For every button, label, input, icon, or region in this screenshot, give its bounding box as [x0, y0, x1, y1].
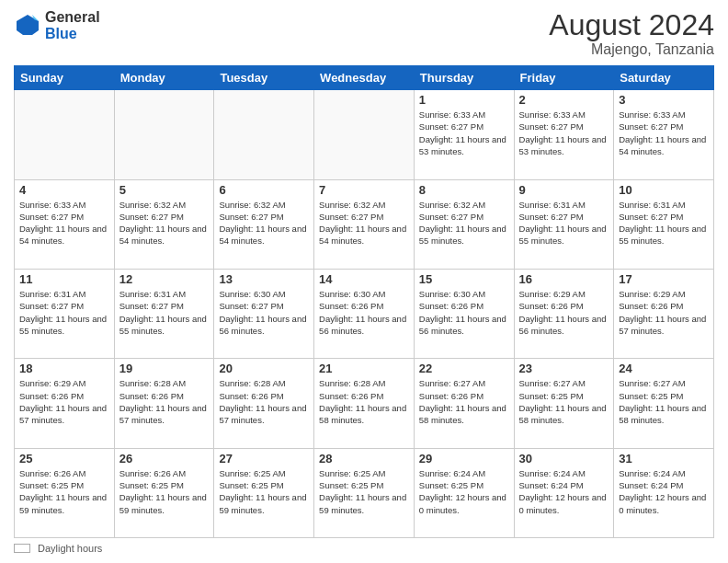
calendar-cell: 2Sunrise: 6:33 AM Sunset: 6:27 PM Daylig… [514, 90, 614, 179]
day-info: Sunrise: 6:30 AM Sunset: 6:26 PM Dayligh… [419, 288, 509, 337]
calendar-cell: 22Sunrise: 6:27 AM Sunset: 6:26 PM Dayli… [414, 359, 514, 448]
day-info: Sunrise: 6:28 AM Sunset: 6:26 PM Dayligh… [319, 377, 409, 426]
main-title: August 2024 [549, 9, 714, 41]
calendar-cell [314, 90, 415, 179]
svg-marker-0 [17, 15, 39, 35]
calendar-cell: 7Sunrise: 6:32 AM Sunset: 6:27 PM Daylig… [314, 179, 415, 269]
daylight-swatch [14, 544, 30, 553]
calendar-header-sunday: Sunday [15, 66, 115, 90]
logo-icon [14, 12, 41, 40]
day-number: 31 [619, 452, 709, 465]
calendar-cell [15, 90, 115, 179]
day-number: 13 [219, 272, 309, 286]
calendar-cell: 13Sunrise: 6:30 AM Sunset: 6:27 PM Dayli… [214, 269, 314, 358]
calendar-header-thursday: Thursday [414, 66, 514, 90]
day-number: 17 [619, 272, 709, 286]
calendar-header-friday: Friday [514, 66, 614, 90]
day-info: Sunrise: 6:27 AM Sunset: 6:25 PM Dayligh… [619, 377, 709, 426]
day-info: Sunrise: 6:33 AM Sunset: 6:27 PM Dayligh… [619, 109, 709, 157]
day-number: 12 [119, 272, 210, 286]
day-number: 1 [419, 93, 509, 107]
day-info: Sunrise: 6:25 AM Sunset: 6:25 PM Dayligh… [219, 467, 309, 516]
day-info: Sunrise: 6:31 AM Sunset: 6:27 PM Dayligh… [519, 199, 609, 247]
day-number: 21 [319, 362, 409, 375]
calendar-week-4: 25Sunrise: 6:26 AM Sunset: 6:25 PM Dayli… [15, 448, 714, 537]
day-number: 2 [519, 93, 609, 107]
logo-text: General Blue [45, 9, 100, 41]
calendar-cell: 30Sunrise: 6:24 AM Sunset: 6:24 PM Dayli… [514, 448, 614, 537]
calendar-cell: 31Sunrise: 6:24 AM Sunset: 6:24 PM Dayli… [614, 448, 714, 537]
calendar-cell: 3Sunrise: 6:33 AM Sunset: 6:27 PM Daylig… [614, 90, 714, 179]
sub-title: Majengo, Tanzania [549, 41, 714, 58]
calendar-cell: 10Sunrise: 6:31 AM Sunset: 6:27 PM Dayli… [614, 179, 714, 269]
calendar-cell: 14Sunrise: 6:30 AM Sunset: 6:26 PM Dayli… [314, 269, 415, 358]
day-number: 24 [619, 362, 709, 375]
calendar-cell: 21Sunrise: 6:28 AM Sunset: 6:26 PM Dayli… [314, 359, 415, 448]
day-number: 15 [419, 272, 509, 286]
day-info: Sunrise: 6:26 AM Sunset: 6:25 PM Dayligh… [19, 467, 109, 516]
day-info: Sunrise: 6:29 AM Sunset: 6:26 PM Dayligh… [519, 288, 609, 337]
calendar-cell: 12Sunrise: 6:31 AM Sunset: 6:27 PM Dayli… [114, 269, 214, 358]
day-number: 4 [19, 183, 109, 197]
day-number: 18 [19, 362, 109, 375]
day-info: Sunrise: 6:31 AM Sunset: 6:27 PM Dayligh… [119, 288, 210, 337]
day-number: 20 [219, 362, 309, 375]
day-info: Sunrise: 6:33 AM Sunset: 6:27 PM Dayligh… [19, 199, 109, 247]
calendar-cell: 6Sunrise: 6:32 AM Sunset: 6:27 PM Daylig… [214, 179, 314, 269]
calendar-cell: 28Sunrise: 6:25 AM Sunset: 6:25 PM Dayli… [314, 448, 415, 537]
day-info: Sunrise: 6:30 AM Sunset: 6:26 PM Dayligh… [319, 288, 409, 337]
day-info: Sunrise: 6:32 AM Sunset: 6:27 PM Dayligh… [219, 199, 309, 247]
calendar-table: SundayMondayTuesdayWednesdayThursdayFrid… [14, 65, 714, 538]
calendar-cell: 20Sunrise: 6:28 AM Sunset: 6:26 PM Dayli… [214, 359, 314, 448]
day-number: 3 [619, 93, 709, 107]
day-info: Sunrise: 6:29 AM Sunset: 6:26 PM Dayligh… [19, 377, 109, 426]
title-block: August 2024 Majengo, Tanzania [549, 9, 714, 58]
calendar-cell: 29Sunrise: 6:24 AM Sunset: 6:25 PM Dayli… [414, 448, 514, 537]
day-number: 29 [419, 452, 509, 465]
day-info: Sunrise: 6:32 AM Sunset: 6:27 PM Dayligh… [119, 199, 210, 247]
calendar-cell: 27Sunrise: 6:25 AM Sunset: 6:25 PM Dayli… [214, 448, 314, 537]
day-info: Sunrise: 6:24 AM Sunset: 6:24 PM Dayligh… [519, 467, 609, 516]
calendar-cell: 17Sunrise: 6:29 AM Sunset: 6:26 PM Dayli… [614, 269, 714, 358]
day-info: Sunrise: 6:25 AM Sunset: 6:25 PM Dayligh… [319, 467, 409, 516]
calendar-header-wednesday: Wednesday [314, 66, 415, 90]
day-info: Sunrise: 6:32 AM Sunset: 6:27 PM Dayligh… [319, 199, 409, 247]
calendar-header-monday: Monday [114, 66, 214, 90]
day-info: Sunrise: 6:26 AM Sunset: 6:25 PM Dayligh… [119, 467, 210, 516]
day-info: Sunrise: 6:29 AM Sunset: 6:26 PM Dayligh… [619, 288, 709, 337]
footer: Daylight hours [14, 543, 714, 554]
page: General Blue August 2024 Majengo, Tanzan… [0, 0, 728, 563]
calendar-cell: 5Sunrise: 6:32 AM Sunset: 6:27 PM Daylig… [114, 179, 214, 269]
calendar-cell: 23Sunrise: 6:27 AM Sunset: 6:25 PM Dayli… [514, 359, 614, 448]
calendar-cell [114, 90, 214, 179]
calendar-week-3: 18Sunrise: 6:29 AM Sunset: 6:26 PM Dayli… [15, 359, 714, 448]
calendar-header-tuesday: Tuesday [214, 66, 314, 90]
day-info: Sunrise: 6:28 AM Sunset: 6:26 PM Dayligh… [219, 377, 309, 426]
calendar-week-2: 11Sunrise: 6:31 AM Sunset: 6:27 PM Dayli… [15, 269, 714, 358]
logo: General Blue [14, 9, 100, 41]
calendar-cell: 24Sunrise: 6:27 AM Sunset: 6:25 PM Dayli… [614, 359, 714, 448]
calendar-cell: 25Sunrise: 6:26 AM Sunset: 6:25 PM Dayli… [15, 448, 115, 537]
day-number: 23 [519, 362, 609, 375]
day-info: Sunrise: 6:30 AM Sunset: 6:27 PM Dayligh… [219, 288, 309, 337]
day-number: 7 [319, 183, 409, 197]
day-info: Sunrise: 6:24 AM Sunset: 6:25 PM Dayligh… [419, 467, 509, 516]
day-number: 5 [119, 183, 210, 197]
day-number: 27 [219, 452, 309, 465]
calendar-week-1: 4Sunrise: 6:33 AM Sunset: 6:27 PM Daylig… [15, 179, 714, 269]
header: General Blue August 2024 Majengo, Tanzan… [14, 9, 714, 58]
day-number: 16 [519, 272, 609, 286]
calendar-cell: 9Sunrise: 6:31 AM Sunset: 6:27 PM Daylig… [514, 179, 614, 269]
day-number: 8 [419, 183, 509, 197]
day-number: 19 [119, 362, 210, 375]
day-number: 14 [319, 272, 409, 286]
day-info: Sunrise: 6:27 AM Sunset: 6:25 PM Dayligh… [519, 377, 609, 426]
day-number: 22 [419, 362, 509, 375]
day-info: Sunrise: 6:32 AM Sunset: 6:27 PM Dayligh… [419, 199, 509, 247]
day-info: Sunrise: 6:27 AM Sunset: 6:26 PM Dayligh… [419, 377, 509, 426]
calendar-cell: 15Sunrise: 6:30 AM Sunset: 6:26 PM Dayli… [414, 269, 514, 358]
calendar-week-0: 1Sunrise: 6:33 AM Sunset: 6:27 PM Daylig… [15, 90, 714, 179]
day-number: 11 [19, 272, 109, 286]
calendar-cell: 1Sunrise: 6:33 AM Sunset: 6:27 PM Daylig… [414, 90, 514, 179]
calendar-cell: 8Sunrise: 6:32 AM Sunset: 6:27 PM Daylig… [414, 179, 514, 269]
